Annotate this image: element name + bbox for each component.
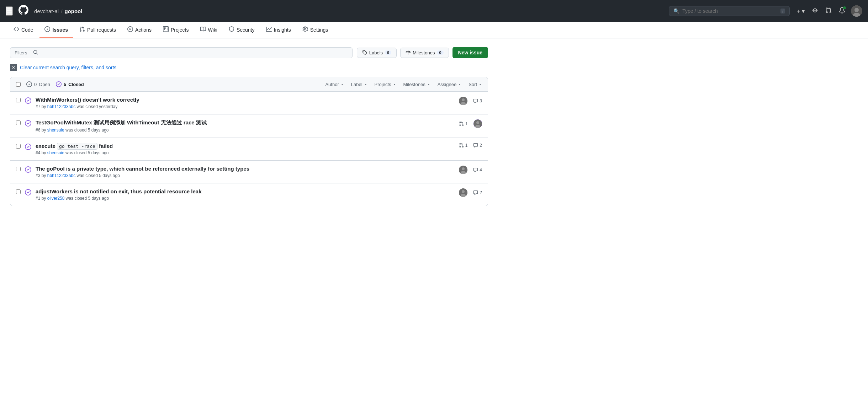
issue-author[interactable]: hbh112233abc bbox=[47, 173, 75, 178]
issues-header-left: 0 Open 5 Closed bbox=[16, 81, 321, 87]
open-issues-count[interactable]: 0 Open bbox=[26, 81, 50, 87]
issue-author[interactable]: oliver258 bbox=[47, 196, 65, 201]
pull-requests-button[interactable] bbox=[824, 6, 833, 16]
security-icon bbox=[229, 26, 234, 33]
hamburger-menu-button[interactable]: ☰ bbox=[6, 6, 13, 16]
tab-issues[interactable]: Issues bbox=[39, 22, 73, 38]
tab-code[interactable]: Code bbox=[9, 22, 38, 38]
insights-icon bbox=[266, 26, 272, 33]
svg-point-10 bbox=[462, 167, 465, 170]
issue-title[interactable]: adjustWorkers is not notified on exit, t… bbox=[36, 188, 455, 194]
issue-checkbox[interactable] bbox=[16, 98, 21, 102]
tab-actions[interactable]: Actions bbox=[122, 22, 157, 38]
issue-author[interactable]: shensuie bbox=[47, 150, 64, 155]
code-icon bbox=[14, 26, 19, 33]
breadcrumb-separator: / bbox=[61, 8, 62, 14]
settings-icon bbox=[302, 26, 308, 33]
issue-checkbox[interactable] bbox=[16, 189, 21, 194]
issue-author[interactable]: hbh112233abc bbox=[47, 104, 75, 109]
issues-table-header: 0 Open 5 Closed Author Label bbox=[10, 77, 488, 92]
tab-settings-label: Settings bbox=[310, 27, 328, 33]
issue-title[interactable]: execute go test -race failed bbox=[36, 143, 455, 149]
issue-checkbox[interactable] bbox=[16, 120, 21, 125]
tab-insights[interactable]: Insights bbox=[261, 22, 296, 38]
avatar bbox=[459, 188, 467, 197]
issue-title[interactable]: TestGoPoolWithMutex 测试用例添加 WithTimeout 无… bbox=[36, 119, 455, 126]
issues-table: 0 Open 5 Closed Author Label bbox=[10, 77, 488, 206]
tab-pr-label: Pull requests bbox=[87, 27, 116, 33]
issue-title[interactable]: WithMinWorkers() doesn't work correctly bbox=[36, 97, 455, 103]
global-search-bar[interactable]: 🔍 / bbox=[669, 6, 790, 16]
pr-count: 1 bbox=[459, 121, 468, 126]
issue-checkbox[interactable] bbox=[16, 144, 21, 149]
tab-security-label: Security bbox=[237, 27, 255, 33]
projects-icon bbox=[163, 26, 169, 33]
clear-search-row: ✕ Clear current search query, filters, a… bbox=[10, 64, 488, 71]
comment-count: 4 bbox=[473, 167, 482, 172]
issue-status: was closed 5 days ago bbox=[76, 173, 120, 178]
tab-projects-label: Projects bbox=[171, 27, 189, 33]
table-row: adjustWorkers is not notified on exit, t… bbox=[10, 183, 488, 206]
issue-right-actions: 3 bbox=[459, 97, 482, 105]
org-name[interactable]: devchat-ai bbox=[34, 8, 59, 14]
user-avatar[interactable] bbox=[851, 5, 862, 17]
sort-button[interactable]: Sort bbox=[469, 82, 482, 87]
app-header: ☰ devchat-ai / gopool 🔍 / + ▾ bbox=[0, 0, 868, 22]
tab-issues-label: Issues bbox=[52, 27, 68, 33]
repo-nav: Code Issues Pull requests Actions Projec… bbox=[0, 22, 868, 38]
search-slash-shortcut: / bbox=[780, 9, 785, 14]
svg-point-13 bbox=[462, 190, 465, 193]
issue-right-actions: 1 bbox=[459, 119, 482, 128]
issue-status: was closed 5 days ago bbox=[66, 196, 109, 201]
clear-search-text[interactable]: Clear current search query, filters, and… bbox=[20, 65, 116, 70]
clear-search-icon[interactable]: ✕ bbox=[10, 64, 17, 71]
assignee-filter-button[interactable]: Assignee bbox=[438, 82, 461, 87]
table-row: WithMinWorkers() doesn't work correctly … bbox=[10, 92, 488, 114]
open-label: Open bbox=[39, 82, 50, 87]
svg-point-1 bbox=[854, 8, 859, 12]
author-filter-button[interactable]: Author bbox=[325, 82, 344, 87]
issue-body: WithMinWorkers() doesn't work correctly … bbox=[36, 97, 455, 109]
filter-search-input[interactable]: is:issue is:closed bbox=[41, 50, 348, 55]
milestones-button[interactable]: Milestones 0 bbox=[400, 48, 449, 58]
filter-row: Filters is:issue is:closed Labels 9 Mile… bbox=[10, 47, 488, 58]
issue-status: was closed 5 days ago bbox=[65, 128, 108, 133]
issue-body: execute go test -race failed #4 by shens… bbox=[36, 143, 455, 155]
issues-header-right: Author Label Projects Milestones Assigne… bbox=[325, 82, 482, 87]
table-row: The goPool is a private type, which cann… bbox=[10, 161, 488, 183]
tab-settings[interactable]: Settings bbox=[297, 22, 333, 38]
select-all-checkbox[interactable] bbox=[16, 82, 21, 87]
closed-count: 5 bbox=[64, 82, 66, 87]
repo-name[interactable]: gopool bbox=[64, 8, 82, 14]
label-filter-button[interactable]: Label bbox=[351, 82, 367, 87]
watchlist-button[interactable] bbox=[810, 6, 820, 16]
search-icon: 🔍 bbox=[673, 8, 679, 14]
projects-filter-button[interactable]: Projects bbox=[375, 82, 396, 87]
closed-issues-count[interactable]: 5 Closed bbox=[56, 81, 84, 87]
issue-body: The goPool is a private type, which cann… bbox=[36, 166, 455, 178]
tab-wiki-label: Wiki bbox=[208, 27, 217, 33]
milestones-filter-button[interactable]: Milestones bbox=[403, 82, 430, 87]
tab-pull-requests[interactable]: Pull requests bbox=[74, 22, 121, 38]
issue-title[interactable]: The goPool is a private type, which cann… bbox=[36, 166, 455, 172]
wiki-icon bbox=[200, 26, 206, 33]
tab-actions-label: Actions bbox=[135, 27, 152, 33]
create-new-button[interactable]: + ▾ bbox=[795, 6, 806, 16]
issue-checkbox[interactable] bbox=[16, 167, 21, 171]
github-logo bbox=[18, 5, 28, 17]
issue-closed-icon bbox=[25, 120, 31, 128]
labels-button[interactable]: Labels 9 bbox=[357, 48, 397, 58]
avatar bbox=[459, 166, 467, 174]
issue-body: TestGoPoolWithMutex 测试用例添加 WithTimeout 无… bbox=[36, 119, 455, 133]
tab-projects[interactable]: Projects bbox=[158, 22, 194, 38]
filter-search-box[interactable]: Filters is:issue is:closed bbox=[10, 47, 353, 58]
issue-author[interactable]: shensuie bbox=[47, 128, 64, 133]
tab-wiki[interactable]: Wiki bbox=[195, 22, 222, 38]
avatar bbox=[473, 119, 482, 128]
tab-security[interactable]: Security bbox=[224, 22, 260, 38]
search-input[interactable] bbox=[682, 8, 778, 14]
issue-meta: #6 by shensuie was closed 5 days ago bbox=[36, 128, 455, 133]
filter-search-icon bbox=[33, 50, 38, 56]
avatar bbox=[459, 97, 467, 105]
new-issue-button[interactable]: New issue bbox=[452, 47, 488, 58]
